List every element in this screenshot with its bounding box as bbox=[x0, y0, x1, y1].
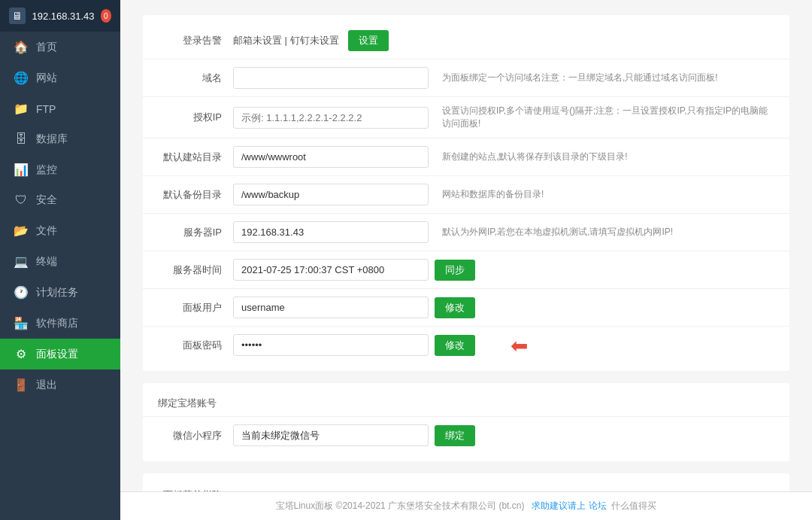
domain-wrap: 为面板绑定一个访问域名注意：一旦绑定域名,只能通过域名访问面板! bbox=[233, 67, 774, 89]
menu-hide-row: 面板菜单栏隐藏 设置 bbox=[143, 481, 789, 491]
authorized-ip-hint: 设置访问授权IP,多个请使用逗号()隔开;注意：一旦设置授权IP,只有指定IP的… bbox=[442, 105, 774, 130]
form-section-main: 登录告警 邮箱未设置 | 钉钉未设置 设置 域名 为面板绑定一个访问域名注意：一… bbox=[143, 15, 789, 371]
sidebar-header: 🖥 192.168.31.43 0 bbox=[0, 0, 120, 32]
panel-user-row: 面板用户 修改 bbox=[143, 289, 789, 327]
terminal-icon: 💻 bbox=[14, 254, 29, 269]
panel-user-label: 面板用户 bbox=[158, 301, 233, 315]
sidebar-item-label-website: 网站 bbox=[36, 71, 57, 85]
sidebar-item-monitor[interactable]: 📊 监控 bbox=[0, 154, 120, 185]
monitor-icon: 🖥 bbox=[9, 8, 26, 24]
main-area: 登录告警 邮箱未设置 | 钉钉未设置 设置 域名 为面板绑定一个访问域名注意：一… bbox=[120, 0, 812, 520]
default-backup-dir-input[interactable] bbox=[233, 184, 429, 205]
server-ip-hint: 默认为外网IP,若您在本地虚拟机测试,请填写虚拟机内网IP! bbox=[442, 226, 774, 239]
default-site-dir-row: 默认建站目录 新创建的站点,默认将保存到该目录的下级目录! bbox=[143, 138, 789, 176]
wechat-wrap: 绑定 bbox=[233, 424, 774, 446]
alert-label: 登录告警 bbox=[158, 34, 233, 47]
settings-icon: ⚙ bbox=[14, 347, 29, 361]
cron-icon: 🕐 bbox=[14, 285, 29, 300]
wechat-input[interactable] bbox=[233, 424, 429, 446]
footer-text: 宝塔Linux面板 ©2014-2021 广东堡塔安全技术有限公司 (bt.cn… bbox=[276, 500, 525, 511]
sidebar-item-label-ftp: FTP bbox=[36, 103, 56, 115]
sidebar-item-ftp[interactable]: 📁 FTP bbox=[0, 93, 120, 124]
security-icon: 🛡 bbox=[14, 193, 29, 207]
sidebar-item-label-settings: 面板设置 bbox=[36, 348, 78, 361]
server-time-row: 服务器时间 同步 bbox=[143, 251, 789, 289]
sidebar-nav: 🏠 首页 🌐 网站 📁 FTP 🗄 数据库 📊 监控 🛡 安全 📂 文件 💻 终… bbox=[0, 32, 120, 520]
domain-row: 域名 为面板绑定一个访问域名注意：一旦绑定域名,只能通过域名访问面板! bbox=[143, 59, 789, 97]
sidebar-item-label-terminal: 终端 bbox=[36, 255, 57, 269]
panel-pwd-row: 面板密码 修改 ⬅ bbox=[143, 327, 789, 363]
logout-icon: 🚪 bbox=[14, 378, 29, 392]
default-backup-dir-wrap: 网站和数据库的备份目录! bbox=[233, 184, 774, 205]
website-icon: 🌐 bbox=[14, 71, 29, 85]
panel-pwd-label: 面板密码 bbox=[158, 339, 233, 352]
authorized-ip-label: 授权IP bbox=[158, 111, 233, 124]
sidebar-item-home[interactable]: 🏠 首页 bbox=[0, 32, 120, 62]
alert-links: 邮箱未设置 | 钉钉未设置 bbox=[233, 34, 339, 47]
footer-link[interactable]: 求助建议请上 论坛 bbox=[532, 500, 606, 511]
server-ip-wrap: 默认为外网IP,若您在本地虚拟机测试,请填写虚拟机内网IP! bbox=[233, 221, 774, 243]
appstore-icon: 🏪 bbox=[14, 316, 29, 330]
server-ip-row: 服务器IP 默认为外网IP,若您在本地虚拟机测试,请填写虚拟机内网IP! bbox=[143, 214, 789, 251]
bind-wechat-button[interactable]: 绑定 bbox=[435, 425, 475, 446]
sidebar-item-files[interactable]: 📂 文件 bbox=[0, 215, 120, 246]
default-site-dir-input[interactable] bbox=[233, 146, 429, 168]
sidebar-item-label-security: 安全 bbox=[36, 193, 57, 207]
bind-section: 绑定宝塔账号 微信小程序 绑定 bbox=[143, 383, 789, 461]
monitor-icon: 📊 bbox=[14, 163, 29, 177]
panel-user-input[interactable] bbox=[233, 296, 429, 318]
sidebar-item-database[interactable]: 🗄 数据库 bbox=[0, 124, 120, 154]
domain-label: 域名 bbox=[158, 71, 233, 85]
sidebar-item-label-database: 数据库 bbox=[36, 132, 68, 146]
footer: 宝塔Linux面板 ©2014-2021 广东堡塔安全技术有限公司 (bt.cn… bbox=[120, 491, 812, 520]
server-ip: 192.168.31.43 bbox=[32, 11, 94, 22]
default-backup-dir-row: 默认备份目录 网站和数据库的备份目录! bbox=[143, 176, 789, 214]
domain-hint: 为面板绑定一个访问域名注意：一旦绑定域名,只能通过域名访问面板! bbox=[442, 71, 774, 84]
authorized-ip-wrap: 设置访问授权IP,多个请使用逗号()隔开;注意：一旦设置授权IP,只有指定IP的… bbox=[233, 105, 774, 130]
default-site-dir-wrap: 新创建的站点,默认将保存到该目录的下级目录! bbox=[233, 146, 774, 168]
sidebar-item-appstore[interactable]: 🏪 软件商店 bbox=[0, 308, 120, 339]
sidebar-item-label-logout: 退出 bbox=[36, 379, 57, 392]
default-site-dir-label: 默认建站目录 bbox=[158, 151, 233, 164]
authorized-ip-input[interactable] bbox=[233, 107, 429, 129]
sync-button[interactable]: 同步 bbox=[435, 260, 475, 281]
modify-user-button[interactable]: 修改 bbox=[435, 297, 475, 318]
default-backup-dir-hint: 网站和数据库的备份目录! bbox=[442, 188, 774, 201]
sidebar-item-cron[interactable]: 🕐 计划任务 bbox=[0, 277, 120, 308]
modify-pwd-button[interactable]: 修改 bbox=[435, 335, 475, 356]
sidebar-item-security[interactable]: 🛡 安全 bbox=[0, 185, 120, 215]
server-ip-input[interactable] bbox=[233, 221, 429, 243]
home-icon: 🏠 bbox=[14, 40, 29, 54]
alert-links-text: 邮箱未设置 | 钉钉未设置 bbox=[233, 35, 339, 46]
sidebar-item-settings[interactable]: ⚙ 面板设置 bbox=[0, 339, 120, 369]
sidebar-item-label-appstore: 软件商店 bbox=[36, 317, 78, 330]
server-time-input[interactable] bbox=[233, 259, 429, 281]
sidebar-item-label-files: 文件 bbox=[36, 224, 57, 238]
domain-input[interactable] bbox=[233, 67, 429, 89]
files-icon: 📂 bbox=[14, 224, 29, 238]
sidebar: 🖥 192.168.31.43 0 🏠 首页 🌐 网站 📁 FTP 🗄 数据库 … bbox=[0, 0, 120, 520]
menu-section: 面板菜单栏隐藏 设置 临时访问授权 管理 bbox=[143, 473, 789, 491]
panel-user-wrap: 修改 bbox=[233, 296, 774, 318]
arrow-wrapper: 修改 ⬅ bbox=[233, 334, 475, 356]
sidebar-item-terminal[interactable]: 💻 终端 bbox=[0, 246, 120, 277]
panel-pwd-input[interactable] bbox=[233, 334, 429, 356]
database-icon: 🗄 bbox=[14, 132, 29, 146]
sidebar-item-logout[interactable]: 🚪 退出 bbox=[0, 369, 120, 400]
server-ip-label: 服务器IP bbox=[158, 226, 233, 239]
bind-section-title: 绑定宝塔账号 bbox=[143, 391, 789, 417]
wechat-row: 微信小程序 绑定 bbox=[143, 417, 789, 454]
server-time-label: 服务器时间 bbox=[158, 263, 233, 277]
sidebar-item-label-cron: 计划任务 bbox=[36, 286, 78, 300]
sidebar-item-label-home: 首页 bbox=[36, 41, 57, 54]
sidebar-item-website[interactable]: 🌐 网站 bbox=[0, 62, 120, 93]
panel-pwd-wrap: 修改 ⬅ bbox=[233, 334, 774, 356]
red-arrow-indicator: ⬅ bbox=[511, 333, 528, 357]
default-backup-dir-label: 默认备份目录 bbox=[158, 188, 233, 202]
server-time-wrap: 同步 bbox=[233, 259, 774, 281]
content-area: 登录告警 邮箱未设置 | 钉钉未设置 设置 域名 为面板绑定一个访问域名注意：一… bbox=[120, 0, 812, 491]
alert-row: 登录告警 邮箱未设置 | 钉钉未设置 设置 bbox=[143, 23, 789, 59]
wechat-label: 微信小程序 bbox=[158, 429, 233, 442]
alert-set-button[interactable]: 设置 bbox=[348, 30, 389, 51]
default-site-dir-hint: 新创建的站点,默认将保存到该目录的下级目录! bbox=[442, 151, 774, 163]
